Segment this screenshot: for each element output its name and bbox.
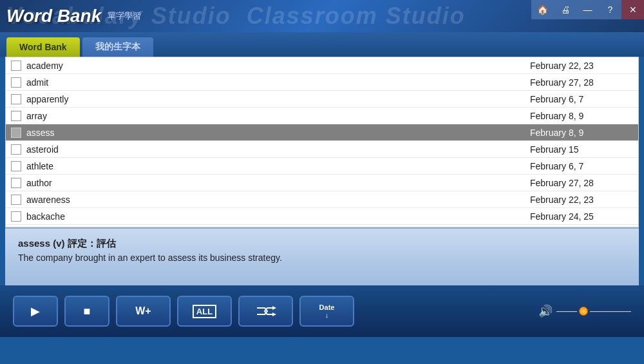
table-row[interactable]: admit February 27, 28 (6, 74, 638, 91)
volume-control[interactable]: 🔊 —— ———— (538, 304, 631, 318)
minimize-button[interactable]: — (576, 0, 599, 19)
table-row[interactable]: backache February 24, 25 (6, 208, 638, 225)
home-button[interactable]: 🏠 (531, 0, 554, 19)
word-text: author (26, 178, 530, 188)
table-row-selected[interactable]: assess February 8, 9 (6, 124, 638, 141)
word-text: academy (26, 61, 530, 71)
tab-mywordbook[interactable]: 我的生字本 (82, 37, 153, 57)
title-bar: Vocabulary Studio Classroom Studio Word … (0, 0, 644, 32)
play-button[interactable]: ▶ (13, 296, 58, 327)
word-text: asteroid (26, 144, 530, 155)
word-plus-button[interactable]: W+ (116, 296, 171, 327)
word-date: February 8, 9 (530, 128, 633, 138)
word-list-container: academy February 22, 23 admit February 2… (5, 57, 639, 227)
table-row[interactable]: athlete February 6, 7 (6, 158, 638, 175)
word-text: apparently (26, 94, 530, 104)
table-row[interactable]: author February 27, 28 (6, 175, 638, 191)
table-row[interactable]: apparently February 6, 7 (6, 91, 638, 108)
stop-button[interactable]: ■ (64, 296, 109, 327)
definition-headword: assess (v) 評定：評估 (18, 238, 626, 250)
word-text: assess (26, 128, 530, 138)
word-list[interactable]: academy February 22, 23 admit February 2… (6, 57, 638, 227)
word-date: February 8, 9 (530, 111, 633, 121)
row-checkbox[interactable] (11, 144, 21, 155)
definition-area: assess (v) 評定：評估 The company brought in … (5, 227, 639, 285)
word-date: February 6, 7 (530, 94, 633, 104)
row-checkbox[interactable] (11, 61, 21, 71)
volume-bar: —— ———— (556, 305, 631, 317)
app-subtitle: 單字學習 (108, 10, 141, 22)
table-row[interactable]: awareness February 22, 23 (6, 191, 638, 208)
date-sort-button[interactable]: Date ↓ (299, 296, 354, 327)
table-row[interactable]: academy February 22, 23 (6, 57, 638, 74)
help-button[interactable]: ? (599, 0, 621, 19)
word-date: February 22, 23 (530, 195, 633, 205)
word-date: February 15 (530, 144, 633, 155)
main-content: academy February 22, 23 admit February 2… (5, 57, 639, 285)
word-text: admit (26, 77, 530, 88)
row-checkbox[interactable] (11, 161, 21, 171)
close-button[interactable]: ✕ (621, 0, 644, 19)
row-checkbox[interactable] (11, 94, 21, 104)
volume-icon: 🔊 (538, 304, 553, 318)
row-checkbox[interactable] (11, 178, 21, 188)
word-date: February 27, 28 (530, 178, 633, 188)
shuffle-button[interactable] (238, 296, 293, 327)
word-text: backache (26, 211, 530, 222)
word-text: array (26, 111, 530, 121)
row-checkbox[interactable] (11, 77, 21, 88)
bottom-controls: ▶ ■ W+ ALL Date ↓ 🔊 —— ———— (0, 285, 644, 337)
volume-knob[interactable] (579, 307, 588, 316)
word-date: February 27, 28 (530, 77, 633, 88)
tab-bar: Word Bank 我的生字本 (0, 32, 644, 57)
tab-wordbank[interactable]: Word Bank (6, 37, 80, 57)
word-date: February 22, 23 (530, 61, 633, 71)
definition-sentence: The company brought in an expert to asse… (18, 253, 626, 263)
all-button[interactable]: ALL (177, 296, 232, 327)
table-row[interactable]: asteroid February 15 (6, 141, 638, 158)
window-controls: 🏠 🖨 — ? ✕ (531, 0, 644, 19)
word-text: athlete (26, 161, 530, 171)
svg-marker-0 (272, 306, 276, 310)
row-checkbox[interactable] (11, 128, 21, 138)
svg-marker-1 (272, 312, 276, 316)
table-row[interactable]: array February 8, 9 (6, 108, 638, 124)
word-date: February 6, 7 (530, 161, 633, 171)
row-checkbox[interactable] (11, 211, 21, 222)
word-date: February 24, 25 (530, 211, 633, 222)
app-title: Word Bank (6, 6, 101, 26)
table-row[interactable]: blurry February 16, 17, 18 (6, 225, 638, 227)
row-checkbox[interactable] (11, 111, 21, 121)
print-button[interactable]: 🖨 (554, 0, 576, 19)
word-text: awareness (26, 195, 530, 205)
row-checkbox[interactable] (11, 195, 21, 205)
